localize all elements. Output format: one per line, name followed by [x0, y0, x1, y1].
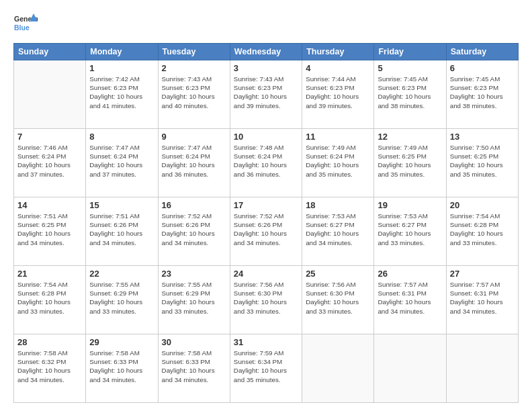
day-info: Sunrise: 7:52 AM Sunset: 6:26 PM Dayligh… — [234, 212, 298, 247]
day-info: Sunrise: 7:53 AM Sunset: 6:27 PM Dayligh… — [378, 212, 442, 247]
day-number: 17 — [234, 200, 298, 210]
calendar-cell: 27Sunrise: 7:57 AM Sunset: 6:31 PM Dayli… — [446, 266, 518, 334]
calendar-cell: 9Sunrise: 7:47 AM Sunset: 6:24 PM Daylig… — [158, 129, 230, 197]
calendar-cell — [14, 60, 86, 129]
day-number: 25 — [306, 269, 370, 279]
day-info: Sunrise: 7:54 AM Sunset: 6:28 PM Dayligh… — [450, 212, 515, 247]
day-info: Sunrise: 7:47 AM Sunset: 6:24 PM Dayligh… — [89, 143, 154, 179]
calendar-week-row: 14Sunrise: 7:51 AM Sunset: 6:25 PM Dayli… — [14, 197, 519, 266]
day-number: 7 — [17, 132, 82, 142]
day-info: Sunrise: 7:58 AM Sunset: 6:33 PM Dayligh… — [89, 349, 154, 384]
day-info: Sunrise: 7:43 AM Sunset: 6:23 PM Dayligh… — [162, 75, 226, 110]
day-number: 14 — [17, 200, 82, 210]
day-info: Sunrise: 7:53 AM Sunset: 6:27 PM Dayligh… — [306, 212, 370, 247]
day-number: 1 — [89, 63, 154, 73]
day-number: 16 — [162, 200, 226, 210]
day-number: 23 — [162, 269, 226, 279]
calendar-cell: 19Sunrise: 7:53 AM Sunset: 6:27 PM Dayli… — [374, 197, 446, 266]
weekday-header-monday: Monday — [86, 44, 158, 60]
day-info: Sunrise: 7:43 AM Sunset: 6:23 PM Dayligh… — [234, 75, 298, 110]
logo-svg: General Blue — [13, 12, 38, 36]
calendar-week-row: 21Sunrise: 7:54 AM Sunset: 6:28 PM Dayli… — [14, 266, 519, 334]
weekday-header-wednesday: Wednesday — [230, 44, 302, 60]
day-number: 26 — [378, 269, 442, 279]
day-number: 3 — [234, 63, 298, 73]
day-number: 5 — [378, 63, 442, 73]
day-info: Sunrise: 7:59 AM Sunset: 6:34 PM Dayligh… — [234, 349, 298, 384]
day-info: Sunrise: 7:44 AM Sunset: 6:23 PM Dayligh… — [306, 75, 370, 110]
day-info: Sunrise: 7:57 AM Sunset: 6:31 PM Dayligh… — [378, 280, 442, 316]
day-number: 30 — [162, 337, 226, 347]
day-number: 10 — [234, 132, 298, 142]
day-number: 13 — [450, 132, 515, 142]
calendar-cell: 4Sunrise: 7:44 AM Sunset: 6:23 PM Daylig… — [302, 60, 374, 129]
day-info: Sunrise: 7:48 AM Sunset: 6:24 PM Dayligh… — [234, 143, 298, 179]
calendar-week-row: 1Sunrise: 7:42 AM Sunset: 6:23 PM Daylig… — [14, 60, 519, 129]
logo-container: General Blue — [13, 12, 38, 36]
day-number: 4 — [306, 63, 370, 73]
day-number: 12 — [378, 132, 442, 142]
day-number: 18 — [306, 200, 370, 210]
calendar-cell: 3Sunrise: 7:43 AM Sunset: 6:23 PM Daylig… — [230, 60, 302, 129]
day-info: Sunrise: 7:58 AM Sunset: 6:32 PM Dayligh… — [17, 349, 82, 384]
day-info: Sunrise: 7:42 AM Sunset: 6:23 PM Dayligh… — [89, 75, 154, 110]
page: General Blue SundayMondayTuesdayWednesda… — [0, 0, 532, 411]
day-info: Sunrise: 7:55 AM Sunset: 6:29 PM Dayligh… — [162, 280, 226, 316]
day-number: 15 — [89, 200, 154, 210]
day-number: 31 — [234, 337, 298, 347]
calendar-cell: 11Sunrise: 7:49 AM Sunset: 6:24 PM Dayli… — [302, 129, 374, 197]
calendar-cell: 22Sunrise: 7:55 AM Sunset: 6:29 PM Dayli… — [86, 266, 158, 334]
calendar-cell: 16Sunrise: 7:52 AM Sunset: 6:26 PM Dayli… — [158, 197, 230, 266]
calendar-cell: 29Sunrise: 7:58 AM Sunset: 6:33 PM Dayli… — [86, 334, 158, 403]
header: General Blue — [13, 12, 519, 36]
calendar-cell: 17Sunrise: 7:52 AM Sunset: 6:26 PM Dayli… — [230, 197, 302, 266]
day-info: Sunrise: 7:45 AM Sunset: 6:23 PM Dayligh… — [378, 75, 442, 110]
day-number: 2 — [162, 63, 226, 73]
day-info: Sunrise: 7:49 AM Sunset: 6:25 PM Dayligh… — [378, 143, 442, 179]
weekday-header-saturday: Saturday — [446, 44, 518, 60]
day-info: Sunrise: 7:46 AM Sunset: 6:24 PM Dayligh… — [17, 143, 82, 179]
day-info: Sunrise: 7:58 AM Sunset: 6:33 PM Dayligh… — [162, 349, 226, 384]
day-info: Sunrise: 7:49 AM Sunset: 6:24 PM Dayligh… — [306, 143, 370, 179]
day-number: 8 — [89, 132, 154, 142]
calendar-cell: 6Sunrise: 7:45 AM Sunset: 6:23 PM Daylig… — [446, 60, 518, 129]
calendar-cell — [374, 334, 446, 403]
calendar-cell: 26Sunrise: 7:57 AM Sunset: 6:31 PM Dayli… — [374, 266, 446, 334]
calendar-cell: 12Sunrise: 7:49 AM Sunset: 6:25 PM Dayli… — [374, 129, 446, 197]
calendar-cell: 13Sunrise: 7:50 AM Sunset: 6:25 PM Dayli… — [446, 129, 518, 197]
day-number: 19 — [378, 200, 442, 210]
calendar-cell — [302, 334, 374, 403]
day-info: Sunrise: 7:57 AM Sunset: 6:31 PM Dayligh… — [450, 280, 515, 316]
weekday-header-sunday: Sunday — [14, 44, 86, 60]
calendar-cell: 5Sunrise: 7:45 AM Sunset: 6:23 PM Daylig… — [374, 60, 446, 129]
day-number: 6 — [450, 63, 515, 73]
calendar-cell: 23Sunrise: 7:55 AM Sunset: 6:29 PM Dayli… — [158, 266, 230, 334]
day-number: 9 — [162, 132, 226, 142]
day-info: Sunrise: 7:45 AM Sunset: 6:23 PM Dayligh… — [450, 75, 515, 110]
calendar-cell: 30Sunrise: 7:58 AM Sunset: 6:33 PM Dayli… — [158, 334, 230, 403]
weekday-header-friday: Friday — [374, 44, 446, 60]
weekday-header-thursday: Thursday — [302, 44, 374, 60]
day-info: Sunrise: 7:51 AM Sunset: 6:25 PM Dayligh… — [17, 212, 82, 247]
svg-text:Blue: Blue — [14, 24, 30, 32]
calendar-cell: 2Sunrise: 7:43 AM Sunset: 6:23 PM Daylig… — [158, 60, 230, 129]
day-number: 20 — [450, 200, 515, 210]
calendar-cell: 24Sunrise: 7:56 AM Sunset: 6:30 PM Dayli… — [230, 266, 302, 334]
day-info: Sunrise: 7:51 AM Sunset: 6:26 PM Dayligh… — [89, 212, 154, 247]
logo: General Blue — [13, 12, 38, 36]
calendar-cell: 21Sunrise: 7:54 AM Sunset: 6:28 PM Dayli… — [14, 266, 86, 334]
day-number: 29 — [89, 337, 154, 347]
weekday-header-tuesday: Tuesday — [158, 44, 230, 60]
day-number: 28 — [17, 337, 82, 347]
day-number: 21 — [17, 269, 82, 279]
day-info: Sunrise: 7:54 AM Sunset: 6:28 PM Dayligh… — [17, 280, 82, 316]
day-info: Sunrise: 7:47 AM Sunset: 6:24 PM Dayligh… — [162, 143, 226, 179]
calendar-cell: 31Sunrise: 7:59 AM Sunset: 6:34 PM Dayli… — [230, 334, 302, 403]
day-number: 24 — [234, 269, 298, 279]
day-info: Sunrise: 7:52 AM Sunset: 6:26 PM Dayligh… — [162, 212, 226, 247]
day-info: Sunrise: 7:50 AM Sunset: 6:25 PM Dayligh… — [450, 143, 515, 179]
day-number: 27 — [450, 269, 515, 279]
calendar-week-row: 7Sunrise: 7:46 AM Sunset: 6:24 PM Daylig… — [14, 129, 519, 197]
day-number: 22 — [89, 269, 154, 279]
calendar-table: SundayMondayTuesdayWednesdayThursdayFrid… — [13, 43, 519, 403]
